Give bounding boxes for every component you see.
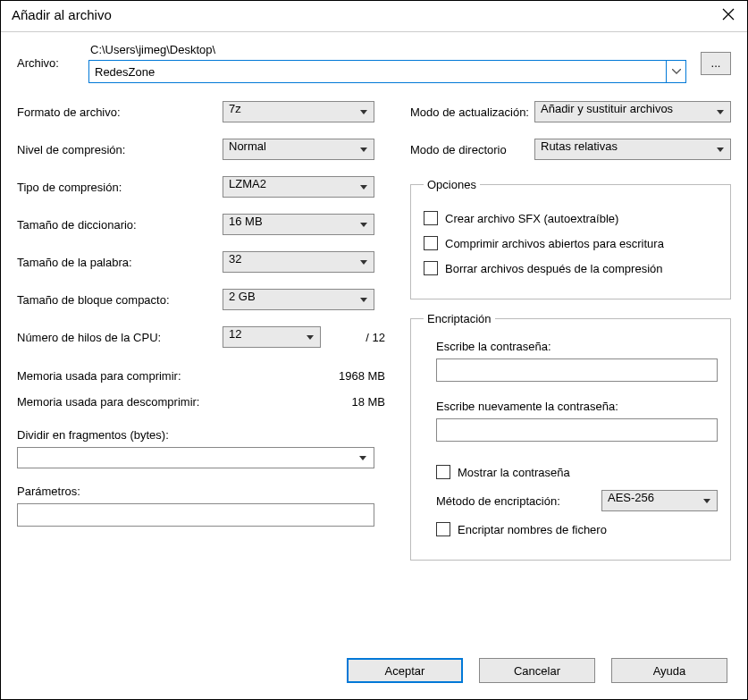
archive-name-input[interactable] — [88, 60, 667, 83]
archive-path: C:\Users\jimeg\Desktop\ — [88, 43, 686, 56]
level-select[interactable]: Normal — [223, 139, 374, 160]
word-label: Tamaño de la palabra: — [17, 256, 223, 269]
sfx-checkbox[interactable] — [424, 211, 438, 225]
delete-checkbox[interactable] — [424, 261, 438, 275]
show-password-label: Mostrar la contraseña — [458, 466, 570, 479]
block-label: Tamaño de bloque compacto: — [17, 293, 223, 307]
options-legend: Opciones — [424, 178, 480, 191]
password-input[interactable] — [436, 358, 718, 382]
split-combo[interactable] — [17, 447, 374, 468]
format-label: Formato de archivo: — [17, 105, 223, 119]
cpu-select[interactable]: 12 — [223, 326, 321, 348]
split-label: Dividir en fragmentos (bytes): — [17, 428, 389, 442]
encrypt-names-label: Encriptar nombres de fichero — [458, 523, 607, 536]
mem-compress-label: Memoria usada para comprimir: — [17, 369, 181, 383]
cancel-button[interactable]: Cancelar — [479, 658, 595, 683]
mem-decompress-label: Memoria usada para descomprimir: — [17, 395, 199, 409]
path-mode-select[interactable]: Rutas relativas — [534, 139, 731, 160]
delete-label: Borrar archivos después de la compresión — [445, 262, 663, 275]
options-fieldset: Opciones Crear archivo SFX (autoextraíbl… — [410, 178, 731, 299]
close-button[interactable] — [720, 6, 736, 22]
params-input[interactable] — [17, 503, 374, 527]
password2-input[interactable] — [436, 418, 718, 442]
block-select[interactable]: 2 GB — [223, 289, 374, 310]
update-mode-select[interactable]: Añadir y sustituir archivos — [534, 101, 731, 122]
encryption-fieldset: Encriptación Escribe la contraseña: Escr… — [410, 312, 731, 561]
shared-label: Comprimir archivos abiertos para escritu… — [445, 237, 664, 250]
encrypt-names-checkbox[interactable] — [436, 522, 450, 536]
ok-button[interactable]: Aceptar — [347, 658, 463, 683]
level-label: Nivel de compresión: — [17, 143, 223, 156]
word-select[interactable]: 32 — [223, 251, 374, 273]
update-mode-label: Modo de actualización: — [410, 105, 534, 119]
archive-dropdown-button[interactable] — [667, 60, 686, 83]
cpu-total: / 12 — [366, 331, 389, 344]
format-select[interactable]: 7z — [223, 101, 374, 122]
params-label: Parámetros: — [17, 485, 389, 498]
help-button[interactable]: Ayuda — [611, 658, 727, 683]
password-label: Escribe la contraseña: — [436, 340, 718, 353]
cpu-label: Número de hilos de la CPU: — [17, 331, 223, 344]
shared-checkbox[interactable] — [424, 236, 438, 250]
mem-decompress-value: 18 MB — [351, 395, 385, 409]
close-icon — [722, 8, 735, 21]
enc-method-label: Método de encriptación: — [436, 494, 601, 508]
password2-label: Escribe nuevamente la contraseña: — [436, 400, 718, 413]
dictionary-select[interactable]: 16 MB — [223, 214, 374, 235]
dialog-title: Añadir al archivo — [12, 7, 112, 22]
show-password-checkbox[interactable] — [436, 465, 450, 479]
enc-method-select[interactable]: AES-256 — [601, 490, 718, 511]
chevron-down-icon — [672, 69, 681, 74]
method-select[interactable]: LZMA2 — [223, 176, 374, 198]
mem-compress-value: 1968 MB — [339, 369, 385, 383]
encryption-legend: Encriptación — [424, 312, 495, 325]
browse-button[interactable]: ... — [701, 52, 731, 75]
dictionary-label: Tamaño de diccionario: — [17, 218, 223, 232]
archive-label: Archivo: — [17, 56, 88, 70]
sfx-label: Crear archivo SFX (autoextraíble) — [445, 212, 618, 225]
path-mode-label: Modo de directorio — [410, 143, 534, 156]
method-label: Tipo de compresión: — [17, 181, 223, 194]
